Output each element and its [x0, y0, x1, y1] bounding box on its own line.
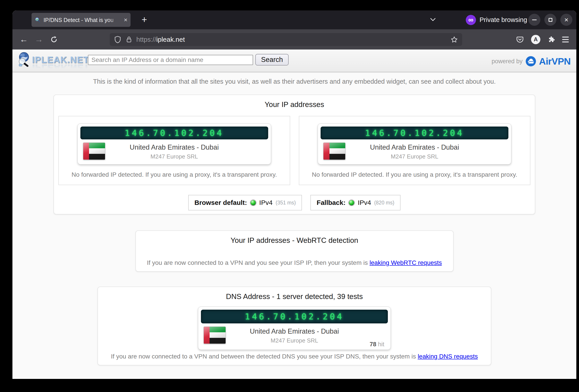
bookmark-star-icon[interactable] — [451, 36, 458, 43]
powered-by-label: powered by — [492, 58, 523, 65]
reload-button[interactable] — [48, 33, 60, 46]
url-host: ipleak.net — [156, 36, 185, 43]
protocol-badges: Browser default: IPv4 (351 ms) Fallback:… — [54, 195, 535, 210]
ip-panel-fallback: 146.70.102.204 United Arab Emirates - Du… — [299, 116, 531, 185]
ip-addresses-card: Your IP addresses 146.70.102.204 United … — [54, 95, 535, 214]
isp-label: M247 Europe SRL — [321, 153, 508, 160]
dns-server-card: 146.70.102.204 United Arab Emirates - Du… — [198, 307, 391, 350]
search-button[interactable]: Search — [255, 54, 289, 65]
menu-hamburger-icon[interactable] — [562, 37, 569, 42]
green-led-icon — [250, 200, 256, 206]
intro-text: This is the kind of information that all… — [12, 78, 576, 85]
uae-flag-icon — [323, 142, 346, 160]
list-tabs-chevron-icon[interactable] — [429, 17, 437, 22]
uae-flag-icon — [83, 142, 105, 160]
browser-window: IP IP/DNS Detect - What is you × + ∞ Pri… — [12, 10, 576, 379]
site-logo[interactable]: IPLEAK.NET IPLEAK.NET — [17, 51, 89, 72]
browser-default-badge: Browser default: IPv4 (351 ms) — [188, 195, 302, 210]
dns-geo-block: United Arab Emirates - Dubai M247 Europe… — [201, 326, 388, 347]
badge-value: IPv4 — [259, 199, 273, 206]
ip-value: 146.70.102.204 — [125, 128, 224, 138]
tab-close-icon[interactable]: × — [124, 17, 127, 23]
dns-card: DNS Address - 1 server detected, 39 test… — [97, 287, 491, 365]
server-card: 146.70.102.204 United Arab Emirates - Du… — [318, 124, 511, 164]
airvpn-brand[interactable]: AirVPN — [539, 56, 571, 67]
dns-hit-counter: 78 hit — [370, 341, 384, 348]
dns-country-label: United Arab Emirates - Dubai — [201, 326, 388, 335]
maximize-icon — [549, 18, 552, 22]
uae-flag-icon — [204, 327, 226, 344]
dns-leak-link[interactable]: leaking DNS requests — [418, 353, 478, 360]
server-card: 146.70.102.204 United Arab Emirates - Du… — [77, 124, 271, 164]
pocket-icon[interactable] — [516, 36, 524, 44]
search-input[interactable] — [88, 55, 253, 65]
logo-text-wrap: IPLEAK.NET IPLEAK.NET — [32, 56, 89, 72]
dns-ip-value: 146.70.102.204 — [245, 312, 344, 322]
tab-title-fade — [108, 16, 122, 24]
site-header: IPLEAK.NET IPLEAK.NET Search powered by — [12, 50, 576, 72]
logo-reflection: IPLEAK.NET — [32, 64, 89, 72]
browser-tab[interactable]: IP IP/DNS Detect - What is you × — [32, 13, 131, 27]
country-label: United Arab Emirates - Dubai — [80, 142, 268, 151]
dns-title: DNS Address - 1 server detected, 39 test… — [98, 287, 491, 301]
proxy-note: No forwarded IP detected. If you are usi… — [59, 171, 290, 178]
hit-label: hit — [376, 341, 384, 348]
account-icon[interactable]: A — [531, 35, 540, 44]
dns-lcd: 146.70.102.204 — [201, 310, 388, 324]
private-browsing-label: Private browsing — [480, 16, 527, 23]
ip-lcd: 146.70.102.204 — [80, 127, 268, 139]
window-controls: × — [528, 14, 572, 26]
hit-count: 78 — [370, 341, 376, 348]
badge-value: IPv4 — [358, 199, 371, 206]
webrtc-text: If you are now connected to a VPN and yo… — [147, 259, 370, 266]
toolbar-right-icons: A — [516, 35, 569, 44]
badge-latency: (820 ms) — [374, 200, 394, 206]
search-form: Search — [88, 54, 289, 65]
badge-label: Browser default: — [195, 199, 247, 206]
tab-favicon-icon: IP — [35, 17, 41, 23]
private-browsing-badge: ∞ Private browsing — [466, 10, 527, 29]
page-content: IPLEAK.NET IPLEAK.NET Search powered by — [12, 50, 576, 379]
nav-toolbar: ← → https://ipleak.net — [12, 29, 576, 50]
tracking-shield-icon[interactable] — [114, 36, 121, 43]
reload-icon — [50, 36, 58, 43]
ip-panel-default: 146.70.102.204 United Arab Emirates - Du… — [58, 116, 290, 185]
dns-text: If you are now connected to a VPN and be… — [111, 353, 418, 360]
back-button[interactable]: ← — [17, 33, 30, 46]
webrtc-title: Your IP addresses - WebRTC detection — [136, 231, 453, 245]
private-mask-icon: ∞ — [466, 15, 476, 25]
green-led-icon — [349, 200, 355, 206]
ip-lcd: 146.70.102.204 — [321, 127, 508, 139]
forward-button[interactable]: → — [32, 33, 45, 46]
new-tab-button[interactable]: + — [138, 13, 150, 26]
close-icon: × — [564, 16, 569, 23]
dns-isp-label: M247 Europe SRL — [201, 337, 388, 344]
fallback-badge: Fallback: IPv4 (820 ms) — [310, 195, 401, 210]
powered-by-block: powered by AirVPN — [492, 56, 571, 67]
webrtc-leak-link[interactable]: leaking WebRTC requests — [370, 259, 442, 266]
minimize-button[interactable] — [528, 14, 540, 26]
ip-value: 146.70.102.204 — [365, 128, 464, 138]
geo-block: United Arab Emirates - Dubai M247 Europe… — [80, 142, 268, 161]
extensions-puzzle-icon[interactable] — [547, 36, 555, 43]
lock-icon[interactable] — [126, 36, 132, 43]
titlebar: IP IP/DNS Detect - What is you × + ∞ Pri… — [12, 10, 576, 29]
ip-panels: 146.70.102.204 United Arab Emirates - Du… — [58, 116, 530, 185]
geo-block: United Arab Emirates - Dubai M247 Europe… — [321, 142, 508, 161]
close-button[interactable]: × — [560, 14, 572, 26]
badge-latency: (351 ms) — [276, 200, 296, 206]
isp-label: M247 Europe SRL — [80, 153, 268, 160]
country-label: United Arab Emirates - Dubai — [321, 142, 508, 151]
webrtc-card: Your IP addresses - WebRTC detection If … — [136, 230, 454, 272]
url-scheme: https:// — [136, 36, 156, 43]
url-bar[interactable]: https://ipleak.net — [110, 33, 462, 46]
globe-magnifier-icon — [17, 51, 31, 67]
airvpn-cloud-icon[interactable] — [525, 56, 536, 67]
proxy-note: No forwarded IP detected. If you are usi… — [299, 171, 530, 178]
svg-text:IP: IP — [36, 18, 38, 21]
maximize-button[interactable] — [544, 14, 556, 26]
ip-card-title: Your IP addresses — [54, 95, 535, 109]
tab-title-wrap: IP/DNS Detect - What is you — [44, 16, 122, 24]
badge-label: Fallback: — [317, 199, 346, 206]
url-text[interactable]: https://ipleak.net — [136, 36, 451, 43]
